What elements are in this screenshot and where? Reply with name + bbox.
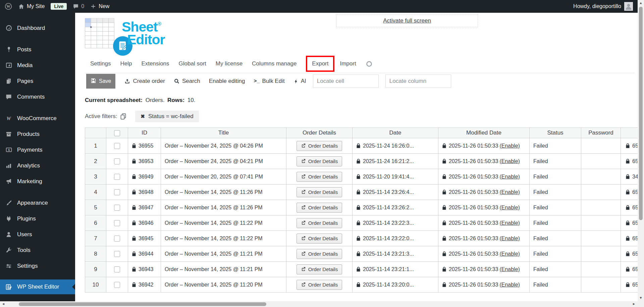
title-cell[interactable]: Order – November 14, 2025 @ 11:26 PM [161, 200, 286, 215]
column-header-password[interactable]: Password [581, 128, 621, 138]
ai-button[interactable]: AI [293, 78, 306, 85]
order-details-button[interactable]: Order Details [297, 203, 342, 213]
create-order-button[interactable]: Create order [124, 78, 165, 85]
scroll-right-icon[interactable]: ► [632, 302, 636, 306]
password-cell[interactable] [581, 169, 621, 185]
howdy-account-link[interactable]: Howdy, diegoportillo [573, 3, 621, 9]
sidebar-item-plugins[interactable]: Plugins [0, 211, 75, 226]
row-checkbox[interactable] [114, 174, 120, 180]
extra-cell[interactable]: 65 [621, 138, 638, 154]
menu-item-export[interactable]: Export [312, 60, 328, 67]
title-cell[interactable]: Order – November 14, 2025 @ 11:21 PM [161, 262, 286, 277]
extra-cell[interactable]: 65 [621, 231, 638, 246]
enable-link[interactable]: (Enable) [499, 236, 520, 241]
sidebar-item-products[interactable]: Products [0, 126, 75, 142]
password-cell[interactable] [581, 185, 621, 200]
id-cell[interactable]: 36944 [128, 246, 161, 262]
row-number-cell[interactable]: 10 [85, 277, 106, 293]
date-cell[interactable]: 2025-11-14 23:26:4... [353, 185, 438, 200]
row-checkbox[interactable] [114, 158, 120, 164]
new-content-button[interactable]: New [90, 3, 109, 9]
title-cell[interactable]: Order – November 14, 2025 @ 11:22 PM [161, 215, 286, 231]
enable-link[interactable]: (Enable) [499, 174, 520, 180]
password-cell[interactable] [581, 154, 621, 169]
support-icon[interactable] [366, 60, 373, 67]
extra-cell[interactable]: 65 [621, 246, 638, 262]
sidebar-item-pages[interactable]: Pages [0, 73, 75, 89]
modified-date-cell[interactable]: 2025-11-26 01:50:33(Enable) [438, 215, 530, 231]
modified-date-cell[interactable]: 2025-11-26 01:50:33(Enable) [438, 185, 530, 200]
modified-date-cell[interactable]: 2025-11-26 01:50:33(Enable) [438, 138, 530, 154]
id-cell[interactable]: 36942 [128, 277, 161, 293]
order-details-button[interactable]: Order Details [297, 218, 342, 228]
sidebar-item-marketing[interactable]: Marketing [0, 173, 75, 189]
scroll-left-icon[interactable]: ◄ [2, 302, 5, 306]
sidebar-item-users[interactable]: Users [0, 226, 75, 242]
enable-link[interactable]: (Enable) [499, 220, 520, 226]
column-header-order-details[interactable]: Order Details [286, 128, 353, 138]
remove-filter-icon[interactable]: ✖ [141, 113, 145, 119]
id-cell[interactable]: 36947 [128, 200, 161, 215]
search-button[interactable]: Search [174, 78, 200, 85]
my-site-link[interactable]: My Site [18, 3, 45, 10]
extra-cell[interactable]: 65 [621, 185, 638, 200]
sidebar-item-settings[interactable]: Settings [0, 258, 75, 274]
modified-date-cell[interactable]: 2025-11-26 01:50:33(Enable) [438, 262, 530, 277]
vertical-scrollbar-thumb[interactable] [639, 7, 643, 220]
locate-column-input[interactable] [385, 74, 451, 88]
enable-link[interactable]: (Enable) [499, 266, 520, 272]
sidebar-item-tools[interactable]: Tools [0, 242, 75, 258]
modified-date-cell[interactable]: 2025-11-26 01:50:33(Enable) [438, 154, 530, 169]
row-number-cell[interactable]: 4 [85, 185, 106, 200]
order-details-button[interactable]: Order Details [297, 280, 342, 290]
row-number-cell[interactable]: 2 [85, 154, 106, 169]
id-cell[interactable]: 36945 [128, 231, 161, 246]
enable-link[interactable]: (Enable) [499, 158, 520, 164]
row-checkbox[interactable] [114, 143, 120, 149]
enable-link[interactable]: (Enable) [499, 205, 520, 210]
menu-item-help[interactable]: Help [120, 60, 132, 67]
password-cell[interactable] [581, 215, 621, 231]
title-cell[interactable]: Order – November 14, 2025 @ 11:22 PM [161, 231, 286, 246]
status-cell[interactable]: Failed [530, 231, 581, 246]
menu-item-global-sort[interactable]: Global sort [179, 60, 206, 67]
id-cell[interactable]: 36943 [128, 262, 161, 277]
menu-item-my-license[interactable]: My license [216, 60, 243, 67]
enable-link[interactable]: (Enable) [499, 143, 520, 149]
extra-cell[interactable]: 65 [621, 277, 638, 293]
avatar[interactable] [624, 2, 633, 11]
extra-cell[interactable]: 65 [621, 154, 638, 169]
column-header-modified-date[interactable]: Modified Date [438, 128, 530, 138]
menu-item-extensions[interactable]: Extensions [141, 60, 169, 67]
sidebar-item-payments[interactable]: $Payments [0, 142, 75, 158]
activate-full-screen-link[interactable]: Activate full screen [383, 17, 431, 24]
horizontal-scrollbar[interactable]: ◄ ► [0, 301, 638, 307]
password-cell[interactable] [581, 277, 621, 293]
comments-adminbar-link[interactable]: 0 [73, 3, 84, 9]
row-number-cell[interactable]: 1 [85, 138, 106, 154]
column-header-0[interactable] [85, 128, 106, 138]
status-cell[interactable]: Failed [530, 200, 581, 215]
menu-item-settings[interactable]: Settings [90, 60, 111, 67]
sidebar-item-appearance[interactable]: Appearance [0, 195, 75, 211]
date-cell[interactable]: 2025-11-14 23:22:3... [353, 215, 438, 231]
column-header-title[interactable]: Title [161, 128, 286, 138]
row-checkbox[interactable] [114, 189, 120, 195]
vertical-scrollbar[interactable]: ▲ ▼ [638, 0, 644, 301]
date-cell[interactable]: 2025-11-24 16:26:0... [353, 138, 438, 154]
sidebar-item-media[interactable]: Media [0, 57, 75, 73]
enable-link[interactable]: (Enable) [499, 251, 520, 257]
title-cell[interactable]: Order – November 24, 2025 @ 04:26 PM [161, 138, 286, 154]
order-details-button[interactable]: Order Details [297, 234, 342, 244]
date-cell[interactable]: 2025-11-20 19:41:4... [353, 169, 438, 185]
copy-filters-icon[interactable] [120, 113, 127, 120]
title-cell[interactable]: Order – November 24, 2025 @ 04:21 PM [161, 154, 286, 169]
row-checkbox[interactable] [114, 220, 120, 226]
id-cell[interactable]: 36955 [128, 138, 161, 154]
enable-link[interactable]: (Enable) [499, 282, 520, 288]
wordpress-menu[interactable]: W [5, 3, 12, 10]
date-cell[interactable]: 2025-11-14 23:22:0... [353, 231, 438, 246]
sidebar-item-wp-sheet-editor[interactable]: WP Sheet Editor [0, 279, 75, 294]
title-cell[interactable]: Order – November 14, 2025 @ 11:21 PM [161, 246, 286, 262]
status-cell[interactable]: Failed [530, 246, 581, 262]
